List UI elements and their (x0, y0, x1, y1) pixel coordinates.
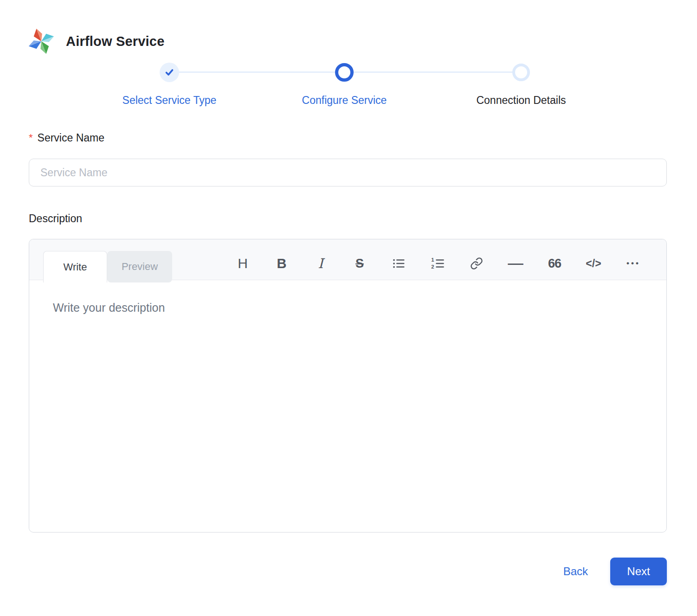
service-name-label: *Service Name (29, 132, 104, 144)
formatting-toolbar: H B I S 1 2 (234, 255, 641, 272)
wizard-stepper: Select Service Type Configure Service Co… (0, 59, 697, 113)
step-label: Configure Service (302, 94, 387, 107)
step-label: Select Service Type (123, 94, 217, 107)
description-label: Description (29, 212, 82, 225)
horizontal-rule-icon[interactable]: — (507, 255, 524, 272)
tab-write[interactable]: Write (43, 251, 107, 282)
tab-preview[interactable]: Preview (107, 251, 172, 282)
airflow-service-wizard-page: Airflow Service Select Service Type Conf… (0, 0, 697, 616)
more-options-icon[interactable]: ••• (624, 255, 641, 272)
service-name-input[interactable] (29, 159, 667, 186)
step-label: Connection Details (476, 94, 566, 107)
step-connection-details[interactable]: Connection Details (447, 59, 595, 107)
strikethrough-icon[interactable]: S (351, 255, 368, 272)
bold-icon[interactable]: B (273, 255, 290, 272)
editor-tabs: Write Preview (43, 251, 172, 282)
check-icon (165, 68, 174, 77)
next-button[interactable]: Next (610, 558, 667, 585)
link-icon[interactable] (468, 255, 485, 272)
step-configure-service[interactable]: Configure Service (270, 59, 419, 107)
description-editor-textarea[interactable]: Write your description (29, 280, 666, 532)
description-placeholder: Write your description (53, 301, 165, 314)
description-markdown-editor: Write Preview H B I S (29, 239, 667, 533)
step-upcoming-circle (512, 64, 530, 81)
code-icon[interactable]: </> (585, 255, 602, 272)
page-header: Airflow Service (28, 28, 165, 55)
quote-icon[interactable]: 66 (546, 255, 563, 272)
unordered-list-icon[interactable] (390, 255, 407, 272)
editor-toolbar-header: Write Preview H B I S (29, 239, 666, 280)
step-completed-circle (160, 63, 179, 82)
service-name-label-text: Service Name (38, 132, 104, 144)
ordered-list-icon[interactable]: 1 2 (429, 255, 446, 272)
airflow-logo-icon (28, 28, 55, 55)
wizard-footer-actions: Back Next (563, 558, 667, 585)
back-button[interactable]: Back (563, 565, 588, 578)
page-title: Airflow Service (66, 34, 165, 49)
heading-icon[interactable]: H (234, 255, 251, 272)
svg-text:1: 1 (431, 257, 434, 263)
step-select-service-type[interactable]: Select Service Type (95, 59, 244, 107)
required-asterisk: * (29, 132, 33, 143)
italic-icon[interactable]: I (312, 255, 329, 272)
svg-text:2: 2 (431, 264, 434, 270)
step-active-circle (335, 63, 354, 82)
